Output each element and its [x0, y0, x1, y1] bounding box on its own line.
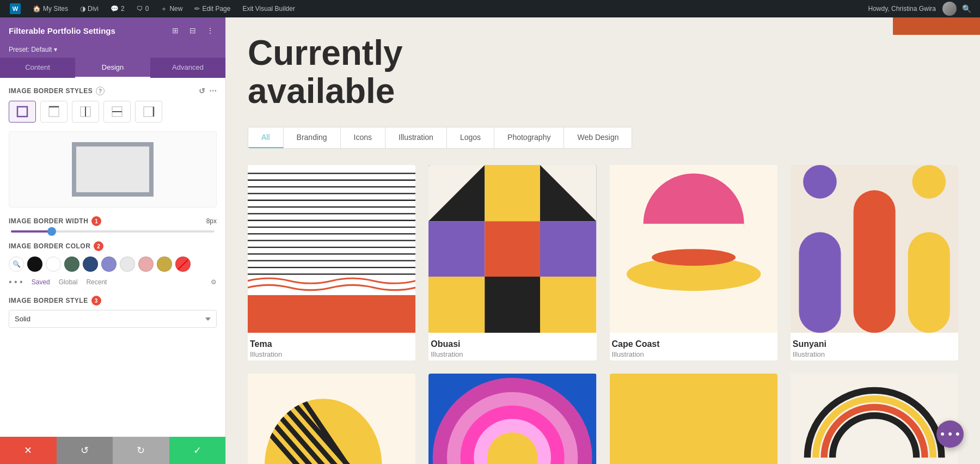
portfolio-item-tamale[interactable]: Tamale Illustration	[791, 374, 958, 464]
exit-visual-builder-link[interactable]: Exit Visual Builder	[238, 0, 299, 17]
svg-rect-1	[49, 107, 59, 117]
swatch-pink[interactable]	[138, 257, 154, 272]
border-width-label: Image Border Width 1	[9, 216, 101, 226]
fab-icon: • • •	[940, 427, 959, 441]
swatch-dark-blue[interactable]	[83, 257, 98, 272]
svg-rect-0	[17, 107, 27, 117]
search-icon[interactable]: 🔍	[959, 4, 975, 13]
portfolio-name-tema: Tema	[250, 339, 413, 349]
color-tab-recent[interactable]: Recent	[83, 277, 110, 287]
portfolio-grid: Tema Illustration	[248, 165, 958, 464]
svg-point-44	[652, 249, 736, 266]
svg-rect-36	[540, 277, 596, 333]
my-sites-link[interactable]: 🏠 My Sites	[28, 0, 72, 17]
border-width-slider[interactable]	[11, 230, 215, 233]
portfolio-thumb-sekondi	[610, 374, 777, 464]
portfolio-info-obuasi: Obuasi Illustration	[428, 333, 596, 361]
portfolio-item-obuasi[interactable]: Obuasi Illustration	[428, 165, 596, 361]
top-accent-bar	[893, 17, 980, 35]
panel-content: Image Border Styles ? ↺ ⋯	[0, 78, 225, 437]
border-topbottom-icon	[111, 106, 123, 118]
portfolio-thumb-obuasi	[428, 165, 596, 333]
avatar[interactable]	[942, 2, 957, 16]
filter-tab-all[interactable]: All	[248, 127, 284, 148]
portfolio-info-tema: Tema Illustration	[248, 333, 415, 361]
border-leftright-btn[interactable]	[72, 101, 99, 123]
swatch-medium-purple[interactable]	[101, 257, 117, 272]
tab-content[interactable]: Content	[0, 58, 75, 78]
border-preview	[9, 131, 217, 207]
swatch-white[interactable]	[46, 257, 61, 272]
portfolio-item-cape-coast[interactable]: Cape Coast Illustration	[610, 165, 777, 361]
main-content-area: Currentlyavailable All Branding Icons Il…	[226, 17, 980, 464]
border-all-icon	[16, 106, 28, 118]
border-top-btn[interactable]	[40, 101, 68, 123]
image-border-styles-label: Image Border Styles ? ↺ ⋯	[9, 87, 217, 95]
portfolio-name-cape-coast: Cape Coast	[612, 339, 775, 349]
color-settings-icon[interactable]: ⚙	[211, 278, 217, 286]
panel-resize-icon[interactable]: ⊞	[169, 24, 182, 37]
filter-tab-logos[interactable]: Logos	[447, 127, 494, 148]
portfolio-thumb-cape-coast	[610, 165, 777, 333]
swatch-light-gray[interactable]	[120, 257, 135, 272]
floating-action-button[interactable]: • • •	[936, 420, 964, 448]
redo-button[interactable]: ↻	[113, 437, 169, 464]
preview-inner	[72, 142, 154, 197]
filter-tab-branding[interactable]: Branding	[284, 127, 341, 148]
svg-point-49	[803, 165, 837, 199]
comment-count-zero[interactable]: 🗨 0	[132, 0, 154, 17]
eyedropper-btn[interactable]: 🔍	[9, 257, 24, 272]
undo-button[interactable]: ↺	[57, 437, 113, 464]
new-link[interactable]: ＋ New	[156, 0, 187, 17]
portfolio-name-obuasi: Obuasi	[431, 339, 594, 349]
border-color-label: Image Border Color 2	[9, 241, 103, 251]
border-style-badge: 3	[91, 296, 101, 306]
filter-tab-photography[interactable]: Photography	[494, 127, 564, 148]
swatch-red[interactable]	[175, 257, 191, 272]
filter-tab-webdesign[interactable]: Web Design	[564, 127, 632, 148]
border-all-btn[interactable]	[9, 101, 36, 123]
color-tab-saved[interactable]: Saved	[28, 277, 53, 287]
border-style-buttons	[9, 101, 217, 123]
portfolio-item-takoradi[interactable]: Takoradi Illustration	[428, 374, 596, 464]
slider-thumb[interactable]	[47, 227, 56, 236]
svg-rect-31	[428, 221, 485, 277]
tab-advanced[interactable]: Advanced	[150, 58, 225, 78]
comments-link[interactable]: 💬 2	[106, 0, 129, 17]
edit-page-link[interactable]: ✏ Edit Page	[190, 0, 235, 17]
portfolio-category-sunyani: Illustration	[793, 350, 956, 358]
filter-tab-illustration[interactable]: Illustration	[385, 127, 447, 148]
portfolio-item-ashaiman[interactable]: Ashaiman Illustration	[248, 374, 415, 464]
howdy-text: Howdy, Christina Gwira	[864, 5, 940, 13]
cancel-button[interactable]: ✕	[0, 437, 57, 464]
color-tab-global[interactable]: Global	[56, 277, 81, 287]
swatch-dark-green[interactable]	[64, 257, 79, 272]
wp-logo[interactable]: W	[5, 0, 25, 17]
portfolio-item-sekondi[interactable]: Sekondi Illustration	[610, 374, 777, 464]
preset-selector[interactable]: Preset: Default ▾	[0, 44, 225, 58]
more-options-icon[interactable]: ⋯	[209, 87, 217, 95]
portfolio-item-sunyani[interactable]: Sunyani Illustration	[791, 165, 958, 361]
swatch-gold[interactable]	[157, 257, 172, 272]
svg-rect-26	[248, 295, 415, 333]
wordpress-icon: W	[10, 3, 21, 14]
tab-design[interactable]: Design	[75, 58, 150, 78]
reset-icon[interactable]: ↺	[199, 87, 206, 95]
panel-title: Filterable Portfolio Settings	[9, 26, 115, 35]
swatch-black[interactable]	[27, 257, 42, 272]
help-icon[interactable]: ?	[96, 87, 105, 95]
more-colors-icon[interactable]: • • •	[9, 277, 23, 287]
panel-columns-icon[interactable]: ⊟	[186, 24, 199, 37]
border-right-btn[interactable]	[135, 101, 162, 123]
svg-rect-29	[485, 165, 541, 221]
portfolio-item-tema[interactable]: Tema Illustration	[248, 165, 415, 361]
comment-icon: 💬	[111, 5, 119, 13]
filter-tab-icons[interactable]: Icons	[341, 127, 385, 148]
border-style-select[interactable]: None Solid Dashed Dotted Double Groove R…	[9, 310, 217, 328]
save-button[interactable]: ✓	[169, 437, 226, 464]
divi-link[interactable]: ◑ Divi	[76, 0, 103, 17]
border-topbottom-btn[interactable]	[103, 101, 131, 123]
panel-more-icon[interactable]: ⋮	[204, 24, 217, 37]
main-layout: Filterable Portfolio Settings ⊞ ⊟ ⋮ Pres…	[0, 17, 980, 464]
color-tabs-row: • • • Saved Global Recent ⚙	[9, 277, 217, 287]
